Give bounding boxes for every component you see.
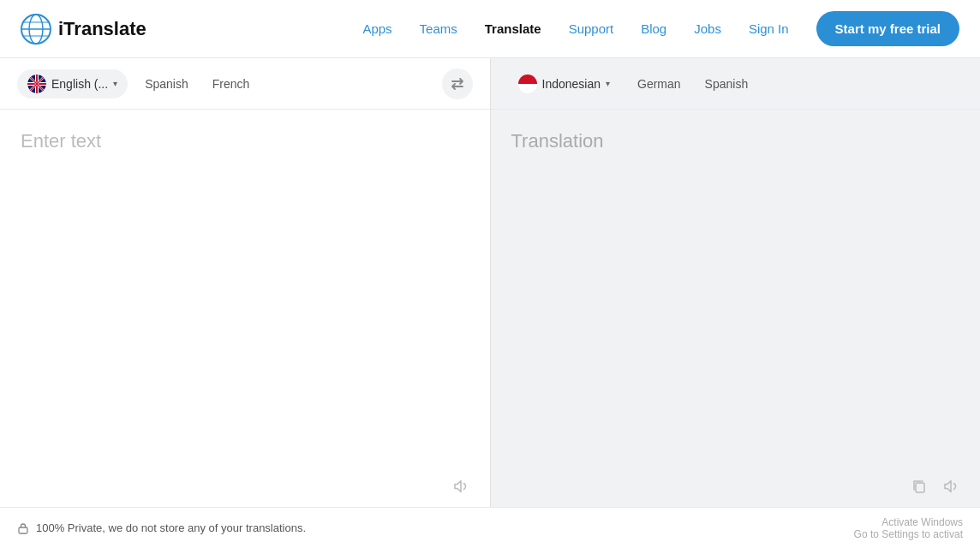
target-lang-option-2[interactable]: Spanish: [698, 74, 756, 94]
nav-jobs[interactable]: Jobs: [684, 15, 732, 43]
logo-text: iTranslate: [58, 18, 146, 40]
svg-rect-14: [916, 483, 924, 492]
source-lang-option-1[interactable]: Spanish: [138, 74, 195, 94]
svg-rect-15: [19, 527, 27, 533]
source-language-dropdown[interactable]: English (... ▾: [17, 69, 128, 98]
footer-privacy: 100% Private, we do not store any of you…: [17, 521, 306, 534]
target-lang-bar: Indonesian ▾ German Spanish: [491, 58, 981, 110]
target-panel-footer: [491, 469, 981, 507]
target-language-label: Indonesian: [542, 77, 601, 91]
copy-icon: [911, 479, 927, 494]
source-speaker-button[interactable]: [449, 474, 473, 503]
activate-title: Activate Windows: [854, 516, 963, 528]
nav-translate[interactable]: Translate: [475, 15, 552, 43]
source-dropdown-chevron: ▾: [113, 79, 117, 88]
main-nav: Apps Teams Translate Support Blog Jobs S…: [352, 11, 959, 46]
globe-icon: [21, 14, 51, 45]
uk-flag-icon: [27, 74, 46, 93]
translation-placeholder: Translation: [511, 130, 604, 152]
target-language-dropdown[interactable]: Indonesian ▾: [508, 69, 621, 98]
target-lang-option-1[interactable]: German: [630, 74, 688, 94]
source-lang-option-2[interactable]: French: [206, 74, 257, 94]
page-footer: 100% Private, we do not store any of you…: [0, 507, 980, 548]
speaker-icon: [452, 478, 469, 495]
swap-icon: [450, 76, 465, 92]
swap-languages-button[interactable]: [442, 68, 473, 99]
start-trial-button[interactable]: Start my free trial: [816, 11, 959, 46]
source-panel-footer: [0, 469, 490, 507]
source-language-label: English (...: [51, 77, 108, 91]
source-panel: English (... ▾ Spanish French Enter text: [0, 58, 491, 507]
indonesia-flag-icon: [518, 74, 537, 93]
source-lang-bar: English (... ▾ Spanish French: [0, 58, 490, 110]
nav-blog[interactable]: Blog: [630, 15, 677, 43]
privacy-text: 100% Private, we do not store any of you…: [36, 521, 306, 534]
nav-support[interactable]: Support: [559, 15, 624, 43]
logo-area[interactable]: iTranslate: [21, 14, 146, 45]
nav-apps[interactable]: Apps: [352, 15, 402, 43]
activate-subtitle: Go to Settings to activat: [854, 528, 963, 540]
nav-teams[interactable]: Teams: [409, 15, 468, 43]
target-dropdown-chevron: ▾: [606, 79, 610, 88]
copy-button[interactable]: [908, 475, 930, 502]
target-panel: Indonesian ▾ German Spanish Translation: [491, 58, 981, 507]
footer-activate: Activate Windows Go to Settings to activ…: [854, 516, 963, 540]
source-text-area[interactable]: Enter text: [0, 110, 490, 469]
source-placeholder: Enter text: [21, 130, 101, 152]
nav-signin[interactable]: Sign In: [738, 15, 799, 43]
target-text-area: Translation: [491, 110, 981, 469]
lock-icon: [17, 522, 29, 534]
target-speaker-icon: [942, 478, 959, 495]
translator-container: English (... ▾ Spanish French Enter text: [0, 58, 980, 507]
target-speaker-button[interactable]: [939, 474, 963, 503]
